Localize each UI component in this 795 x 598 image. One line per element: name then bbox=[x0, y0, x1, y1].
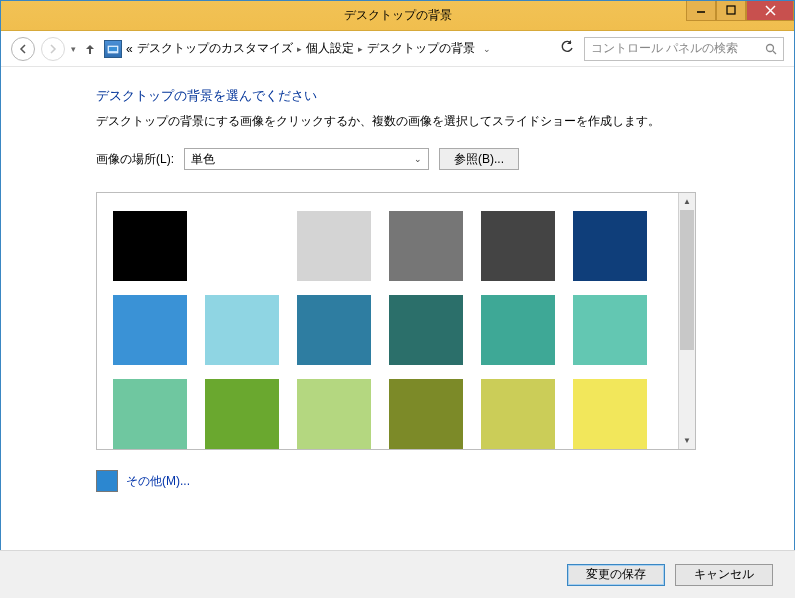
page-heading: デスクトップの背景を選んでください bbox=[96, 87, 764, 105]
location-value: 単色 bbox=[191, 151, 215, 168]
color-swatch[interactable] bbox=[113, 379, 187, 449]
color-swatch[interactable] bbox=[205, 295, 279, 365]
search-icon bbox=[765, 43, 777, 55]
other-color-link[interactable]: その他(M)... bbox=[126, 473, 190, 490]
close-icon bbox=[765, 5, 776, 16]
search-placeholder: コントロール パネルの検索 bbox=[591, 40, 738, 57]
svg-rect-1 bbox=[727, 6, 735, 14]
cancel-button[interactable]: キャンセル bbox=[675, 564, 773, 586]
arrow-left-icon bbox=[18, 44, 28, 54]
chevron-right-icon: ▸ bbox=[358, 44, 363, 54]
color-swatch[interactable] bbox=[297, 379, 371, 449]
svg-rect-5 bbox=[109, 47, 117, 51]
footer: 変更の保存 キャンセル bbox=[0, 550, 795, 598]
location-select[interactable]: 単色 ⌄ bbox=[184, 148, 429, 170]
content: デスクトップの背景を選んでください デスクトップの背景にする画像をクリックするか… bbox=[1, 67, 794, 492]
chevron-down-icon: ⌄ bbox=[414, 154, 422, 164]
color-swatch[interactable] bbox=[205, 379, 279, 449]
scroll-track[interactable] bbox=[679, 210, 695, 432]
location-row: 画像の場所(L): 単色 ⌄ 参照(B)... bbox=[96, 148, 764, 170]
browse-button[interactable]: 参照(B)... bbox=[439, 148, 519, 170]
arrow-right-icon bbox=[48, 44, 58, 54]
browse-label: 参照(B)... bbox=[454, 151, 504, 168]
color-swatch[interactable] bbox=[389, 211, 463, 281]
close-button[interactable] bbox=[746, 1, 794, 21]
window-title: デスクトップの背景 bbox=[344, 7, 452, 24]
breadcrumb-item-1[interactable]: デスクトップのカスタマイズ bbox=[137, 40, 293, 57]
color-swatch[interactable] bbox=[573, 295, 647, 365]
window-controls bbox=[686, 1, 794, 21]
breadcrumb-dropdown[interactable]: ⌄ bbox=[483, 44, 491, 54]
color-grid bbox=[97, 193, 678, 449]
arrow-up-icon bbox=[84, 43, 96, 55]
nav-forward-button[interactable] bbox=[41, 37, 65, 61]
color-swatch[interactable] bbox=[481, 295, 555, 365]
breadcrumb-item-3[interactable]: デスクトップの背景 bbox=[367, 40, 475, 57]
location-label: 画像の場所(L): bbox=[96, 151, 174, 168]
color-swatch[interactable] bbox=[573, 379, 647, 449]
color-swatch[interactable] bbox=[481, 211, 555, 281]
other-color-swatch[interactable] bbox=[96, 470, 118, 492]
minimize-icon bbox=[696, 5, 706, 15]
color-swatch[interactable] bbox=[113, 211, 187, 281]
maximize-button[interactable] bbox=[716, 1, 746, 21]
color-swatch[interactable] bbox=[297, 295, 371, 365]
svg-point-6 bbox=[767, 44, 774, 51]
color-swatch[interactable] bbox=[389, 295, 463, 365]
minimize-button[interactable] bbox=[686, 1, 716, 21]
scrollbar[interactable]: ▲ ▼ bbox=[678, 193, 695, 449]
search-input[interactable]: コントロール パネルの検索 bbox=[584, 37, 784, 61]
svg-line-7 bbox=[773, 51, 776, 54]
breadcrumb-prefix: « bbox=[126, 42, 133, 56]
save-label: 変更の保存 bbox=[586, 566, 646, 583]
nav-back-button[interactable] bbox=[11, 37, 35, 61]
scroll-up-button[interactable]: ▲ bbox=[679, 193, 695, 210]
color-swatch[interactable] bbox=[113, 295, 187, 365]
color-picker-box: ▲ ▼ bbox=[96, 192, 696, 450]
color-swatch[interactable] bbox=[205, 211, 279, 281]
scroll-thumb[interactable] bbox=[680, 210, 694, 350]
cancel-label: キャンセル bbox=[694, 566, 754, 583]
maximize-icon bbox=[726, 5, 736, 15]
breadcrumb-item-2[interactable]: 個人設定 bbox=[306, 40, 354, 57]
save-button[interactable]: 変更の保存 bbox=[567, 564, 665, 586]
refresh-button[interactable] bbox=[556, 40, 578, 57]
nav-history-dropdown[interactable]: ▾ bbox=[71, 44, 76, 54]
control-panel-icon bbox=[104, 40, 122, 58]
scroll-down-button[interactable]: ▼ bbox=[679, 432, 695, 449]
refresh-icon bbox=[560, 40, 574, 54]
navbar: ▾ « デスクトップのカスタマイズ ▸ 個人設定 ▸ デスクトップの背景 ⌄ コ… bbox=[1, 31, 794, 67]
page-subtext: デスクトップの背景にする画像をクリックするか、複数の画像を選択してスライドショー… bbox=[96, 113, 764, 130]
chevron-right-icon: ▸ bbox=[297, 44, 302, 54]
color-swatch[interactable] bbox=[297, 211, 371, 281]
color-swatch[interactable] bbox=[573, 211, 647, 281]
color-swatch[interactable] bbox=[481, 379, 555, 449]
other-color-row: その他(M)... bbox=[96, 470, 764, 492]
nav-up-button[interactable] bbox=[82, 43, 98, 55]
breadcrumb[interactable]: « デスクトップのカスタマイズ ▸ 個人設定 ▸ デスクトップの背景 ⌄ bbox=[104, 40, 550, 58]
color-swatch[interactable] bbox=[389, 379, 463, 449]
titlebar: デスクトップの背景 bbox=[1, 1, 794, 31]
